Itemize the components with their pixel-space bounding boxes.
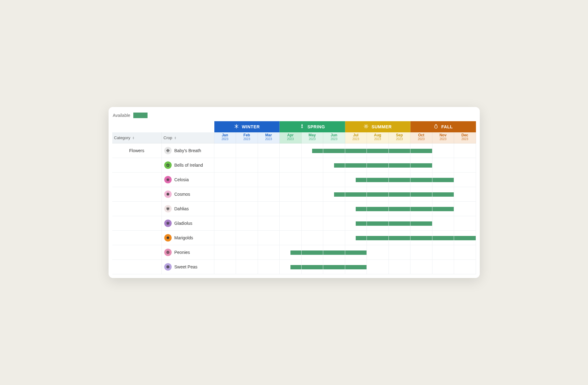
month-header-may: May2023	[302, 132, 324, 143]
availability-bar	[367, 221, 388, 226]
timeline-cell	[367, 231, 389, 245]
crop-name: Sweet Peas	[174, 264, 198, 269]
availability-bar	[454, 236, 476, 240]
timeline-cell	[258, 202, 280, 216]
availability-bar	[389, 236, 410, 240]
crop-name: Baby's Breath	[174, 148, 201, 153]
sort-icon[interactable]: ▲▼	[174, 136, 177, 139]
crop-icon: ❉	[164, 147, 172, 154]
crop-cell[interactable]: ✺Cosmos	[162, 187, 214, 202]
timeline-cell	[258, 187, 280, 202]
legend-label: Available	[113, 113, 131, 118]
timeline-cell	[323, 158, 345, 173]
timeline-cell	[432, 231, 454, 245]
fall-icon	[433, 124, 439, 130]
crop-cell[interactable]: ✹Marigolds	[162, 231, 214, 245]
season-label: SPRING	[307, 124, 325, 129]
timeline-cell	[432, 260, 454, 274]
timeline-cell	[214, 143, 236, 158]
crop-cell[interactable]: ❁Peonies	[162, 245, 214, 260]
crop-cell[interactable]: ❉Baby's Breath	[162, 143, 214, 158]
availability-bar	[345, 250, 367, 255]
category-cell: Flowers	[112, 143, 162, 158]
month-header-jul: Jul2023	[345, 132, 367, 143]
timeline-cell	[323, 187, 345, 202]
crop-name: Gladiolus	[174, 221, 192, 226]
timeline-cell	[432, 216, 454, 231]
timeline-cell	[236, 216, 258, 231]
legend: Available	[112, 111, 476, 121]
season-label: FALL	[441, 124, 453, 129]
timeline-cell	[236, 231, 258, 245]
svg-point-0	[365, 126, 367, 127]
availability-bar	[410, 207, 432, 211]
timeline-cell	[302, 245, 324, 260]
timeline-cell	[432, 173, 454, 187]
timeline-cell	[410, 245, 432, 260]
availability-bar	[356, 178, 367, 182]
timeline-cell	[302, 143, 324, 158]
category-cell	[112, 202, 162, 216]
timeline-cell	[258, 231, 280, 245]
timeline-cell	[345, 260, 367, 274]
timeline-cell	[323, 143, 345, 158]
timeline-cell	[345, 202, 367, 216]
timeline-cell	[280, 158, 302, 173]
timeline-cell	[302, 187, 324, 202]
availability-bar	[410, 149, 432, 153]
crop-cell[interactable]: ✾Dahlias	[162, 202, 214, 216]
timeline-cell	[236, 202, 258, 216]
availability-bar	[345, 163, 367, 168]
timeline-cell	[258, 260, 280, 274]
crop-cell[interactable]: ❀Celosia	[162, 173, 214, 187]
month-header-sep: Sep2023	[389, 132, 411, 143]
availability-bar	[410, 163, 432, 168]
crop-icon: ❀	[164, 176, 172, 183]
availability-bar	[290, 265, 301, 269]
crop-icon: ✿	[164, 161, 172, 169]
availability-bar	[432, 178, 454, 182]
availability-bar	[323, 149, 345, 153]
availability-bar	[356, 207, 367, 211]
crop-cell[interactable]: ✿Bells of Ireland	[162, 158, 214, 173]
availability-bar	[367, 163, 388, 168]
column-header-crop[interactable]: Crop▲▼	[162, 132, 214, 143]
crop-icon: ❃	[164, 220, 172, 227]
crop-name: Dahlias	[174, 206, 189, 211]
availability-bar	[367, 178, 388, 182]
timeline-cell	[214, 245, 236, 260]
crop-icon: ✹	[164, 234, 172, 242]
spring-icon	[299, 124, 305, 130]
timeline-cell	[367, 202, 389, 216]
timeline-cell	[236, 173, 258, 187]
month-header-feb: Feb2023	[236, 132, 258, 143]
timeline-cell	[389, 216, 411, 231]
crop-name: Celosia	[174, 177, 189, 182]
timeline-cell	[345, 216, 367, 231]
timeline-cell	[389, 158, 411, 173]
availability-bar	[334, 192, 345, 197]
sort-icon[interactable]: ▲▼	[132, 136, 135, 139]
crop-icon: ❁	[164, 249, 172, 256]
availability-bar	[432, 192, 454, 197]
timeline-cell	[367, 260, 389, 274]
column-header-category[interactable]: Category▲▼	[112, 132, 162, 143]
timeline-cell	[302, 158, 324, 173]
timeline-cell	[367, 173, 389, 187]
timeline-cell	[214, 216, 236, 231]
crop-cell[interactable]: ✽Sweet Peas	[162, 260, 214, 274]
availability-bar	[389, 192, 410, 197]
crop-icon: ✾	[164, 205, 172, 212]
timeline-cell	[345, 231, 367, 245]
availability-bar	[312, 149, 323, 153]
availability-card: Available WINTERSPRINGSUMMERFALLCategory…	[109, 107, 480, 278]
timeline-cell	[258, 245, 280, 260]
timeline-cell	[323, 173, 345, 187]
timeline-cell	[410, 187, 432, 202]
crop-name: Peonies	[174, 250, 190, 255]
timeline-cell	[454, 187, 476, 202]
category-cell	[112, 216, 162, 231]
crop-icon: ✺	[164, 190, 172, 198]
crop-cell[interactable]: ❃Gladiolus	[162, 216, 214, 231]
availability-bar	[432, 236, 454, 240]
